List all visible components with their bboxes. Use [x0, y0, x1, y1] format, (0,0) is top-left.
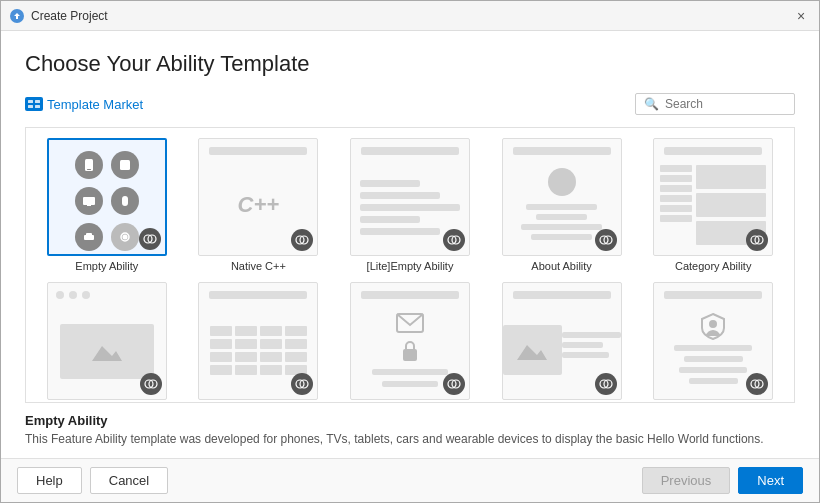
- svg-rect-32: [403, 349, 417, 361]
- footer-left: Help Cancel: [17, 467, 168, 494]
- info-description: This Feature Ability template was develo…: [25, 431, 795, 448]
- svg-rect-4: [28, 105, 33, 108]
- template-thumb-about: [502, 138, 622, 256]
- thumb-top-bar-4: [513, 147, 611, 155]
- phone-icon-circle: [75, 151, 103, 179]
- badge-image2: [595, 373, 617, 395]
- thumb-content-area-3: [360, 180, 460, 235]
- template-card-native-cpp[interactable]: C++ Native C++: [188, 138, 330, 272]
- template-thumb-photo: [47, 282, 167, 400]
- info-panel: Empty Ability This Feature Ability templ…: [25, 402, 795, 458]
- template-thumb-security: [350, 282, 470, 400]
- help-button[interactable]: Help: [17, 467, 82, 494]
- templates-grid: Empty Ability C++ Native C++: [36, 138, 784, 402]
- tv-icon-circle: [75, 187, 103, 215]
- template-card-category[interactable]: Category Ability: [642, 138, 784, 272]
- svg-point-14: [122, 235, 127, 240]
- svg-rect-9: [83, 197, 95, 205]
- thumb-top-bar-8: [361, 291, 459, 299]
- badge-security: [443, 373, 465, 395]
- next-button[interactable]: Next: [738, 467, 803, 494]
- thumb-top-bar: [209, 147, 307, 155]
- svg-rect-8: [120, 160, 130, 170]
- svg-rect-2: [28, 100, 33, 103]
- svg-marker-35: [517, 345, 547, 360]
- about-line1: [526, 204, 597, 210]
- thumb-top-bar-5: [664, 147, 762, 155]
- market-icon-svg: [26, 98, 42, 110]
- page-title: Choose Your Ability Template: [25, 51, 795, 77]
- cancel-button[interactable]: Cancel: [90, 467, 168, 494]
- about-line3: [521, 224, 603, 230]
- info-title: Empty Ability: [25, 413, 795, 428]
- photo-placeholder: [60, 324, 154, 379]
- search-box[interactable]: 🔍: [635, 93, 795, 115]
- main-window: Create Project × Choose Your Ability Tem…: [0, 0, 820, 503]
- badge-lite-empty: [443, 229, 465, 251]
- cplus-text: C++: [238, 192, 280, 218]
- template-card-empty-ability[interactable]: Empty Ability: [36, 138, 178, 272]
- template-card-photo[interactable]: Photo Ability: [36, 282, 178, 402]
- thumb-top-bar-3: [361, 147, 459, 155]
- thumb-top-bar-7: [209, 291, 307, 299]
- about-line4: [531, 234, 592, 240]
- badge-photo: [140, 373, 162, 395]
- template-label-category: Category Ability: [675, 260, 751, 272]
- line1: [360, 180, 420, 187]
- search-icon: 🔍: [644, 97, 659, 111]
- templates-area[interactable]: Empty Ability C++ Native C++: [25, 127, 795, 402]
- svg-rect-3: [35, 100, 40, 103]
- watch-icon-circle: [111, 187, 139, 215]
- svg-rect-5: [35, 105, 40, 108]
- template-card-calendar[interactable]: Calendar Ability: [188, 282, 330, 402]
- titlebar-left: Create Project: [9, 8, 108, 24]
- template-card-profile[interactable]: Profile Ability: [642, 282, 784, 402]
- svg-marker-26: [92, 346, 122, 361]
- market-icon: [25, 97, 43, 111]
- thumb-top-bar-9: [513, 291, 611, 299]
- template-market-label: Template Market: [47, 97, 143, 112]
- main-content: Choose Your Ability Template Template Ma…: [1, 31, 819, 458]
- template-card-about[interactable]: About Ability: [491, 138, 633, 272]
- footer: Help Cancel Previous Next: [1, 458, 819, 502]
- about-line2: [536, 214, 587, 220]
- svg-rect-11: [122, 196, 128, 206]
- template-thumb-empty-ability: [47, 138, 167, 256]
- badge-profile: [746, 373, 768, 395]
- search-input[interactable]: [665, 97, 785, 111]
- template-card-image2[interactable]: Image Ability: [491, 282, 633, 402]
- template-thumb-lite-empty: [350, 138, 470, 256]
- template-card-lite-empty[interactable]: [Lite]Empty Ability: [339, 138, 481, 272]
- shield-person-icon: [700, 312, 726, 340]
- line3: [360, 204, 460, 211]
- template-thumb-profile: [653, 282, 773, 400]
- close-button[interactable]: ×: [791, 6, 811, 26]
- badge-native-cpp: [291, 229, 313, 251]
- template-label-lite-empty: [Lite]Empty Ability: [367, 260, 454, 272]
- template-thumb-image2: [502, 282, 622, 400]
- template-label-about: About Ability: [531, 260, 592, 272]
- toolbar: Template Market 🔍: [25, 93, 795, 115]
- car-icon-circle: [75, 223, 103, 251]
- badge-about: [595, 229, 617, 251]
- tablet-icon-circle: [111, 151, 139, 179]
- titlebar: Create Project ×: [1, 1, 819, 31]
- template-card-security[interactable]: Security Ability: [339, 282, 481, 402]
- app-icon: [9, 8, 25, 24]
- svg-rect-13: [86, 233, 92, 236]
- footer-right: Previous Next: [642, 467, 803, 494]
- svg-rect-7: [87, 169, 91, 170]
- line2: [360, 192, 440, 199]
- badge-empty-ability: [139, 228, 161, 250]
- previous-button[interactable]: Previous: [642, 467, 731, 494]
- template-label-native-cpp: Native C++: [231, 260, 286, 272]
- template-market-button[interactable]: Template Market: [25, 97, 143, 112]
- svg-rect-10: [87, 205, 91, 206]
- template-thumb-native-cpp: C++: [198, 138, 318, 256]
- badge-calendar: [291, 373, 313, 395]
- image2-placeholder: [503, 325, 562, 375]
- envelope-icon: [396, 313, 424, 333]
- svg-rect-1: [26, 98, 42, 110]
- window-title: Create Project: [31, 9, 108, 23]
- thumb-top-bar-10: [664, 291, 762, 299]
